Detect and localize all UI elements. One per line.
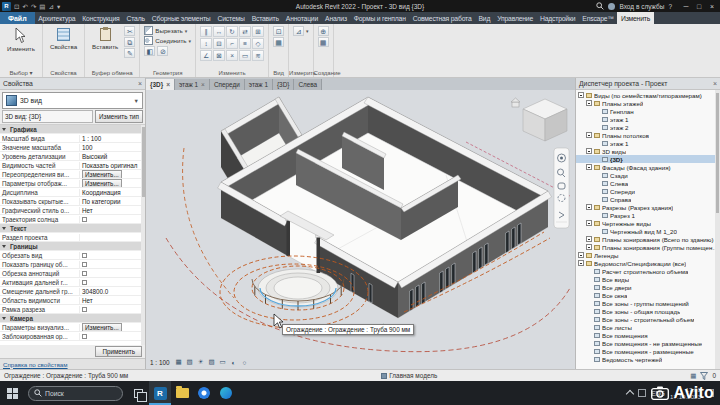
property-row[interactable]: Камера (0, 314, 145, 323)
property-value[interactable] (80, 253, 145, 258)
save-icon[interactable]: ⊡ (14, 2, 19, 11)
expand-icon[interactable] (586, 204, 592, 210)
browser-item[interactable]: Спереди (576, 187, 720, 195)
checkbox[interactable] (82, 253, 87, 258)
checkbox[interactable] (82, 280, 87, 285)
checkbox[interactable] (82, 271, 87, 276)
property-row[interactable]: Смещение дальней гр... 304800.0 (0, 287, 145, 296)
property-value[interactable] (80, 307, 145, 312)
unpin-icon[interactable]: ⊠ (213, 50, 225, 61)
edge-button[interactable] (215, 381, 237, 405)
property-row[interactable]: Параметры визуализ... Изменить... (0, 323, 145, 332)
property-row[interactable]: Границы (0, 242, 145, 251)
measure-icon[interactable]: ⊿ (49, 2, 54, 11)
ribbon-tab[interactable]: Надстройки (537, 12, 579, 24)
modify-tool-button[interactable]: Изменить (4, 26, 38, 54)
align-icon[interactable]: ∥ (200, 26, 212, 37)
split-icon[interactable]: ⊟ (213, 38, 225, 49)
rotate-icon[interactable]: ↻ (226, 26, 238, 37)
revit-app-icon[interactable]: R (2, 2, 11, 11)
property-row[interactable]: Заблокированная ор... (0, 332, 145, 341)
ribbon-tab[interactable]: Вставить (248, 12, 282, 24)
filter-icon[interactable] (700, 372, 708, 380)
properties-help-link[interactable]: Справка по свойствам (0, 358, 145, 369)
scale-icon[interactable]: ◇ (252, 38, 264, 49)
property-row[interactable]: Дисциплина Координация (0, 188, 145, 197)
pin-icon[interactable]: ∠ (200, 50, 212, 61)
help-icon[interactable]: ? (668, 3, 672, 10)
browser-item[interactable]: этаж 1 (576, 139, 720, 147)
group-icon[interactable]: ▭ (239, 50, 251, 61)
tray-expand-icon[interactable] (626, 390, 634, 398)
offset-icon[interactable]: ↕ (200, 38, 212, 49)
property-value[interactable]: 100 (80, 144, 145, 151)
property-value[interactable] (80, 217, 145, 222)
drawing-area[interactable]: Ограждение : Ограждение : Труба 900 мм 1… (146, 90, 575, 369)
array-icon[interactable]: ⊞ (252, 26, 264, 37)
checkbox[interactable] (82, 307, 87, 312)
property-row[interactable]: Обрезать вид (0, 251, 145, 260)
expand-icon[interactable] (586, 244, 592, 250)
browser-item[interactable]: Расчет строительного объема (576, 267, 720, 275)
properties-scrollbar[interactable] (141, 125, 145, 345)
task-view-button[interactable] (127, 381, 149, 405)
property-row[interactable]: Активация дальней г... (0, 278, 145, 287)
override-graphics-icon[interactable]: ▦ (273, 37, 284, 47)
expand-icon[interactable] (586, 100, 592, 106)
browser-item[interactable]: Все помещения (576, 331, 720, 339)
browser-item[interactable]: Все двери (576, 283, 720, 291)
hide-element-icon[interactable]: ⊡ (273, 26, 284, 36)
browser-item[interactable]: Ведомость чертежей (576, 355, 720, 363)
ribbon-tab[interactable]: Изменить (617, 12, 653, 24)
browser-item[interactable]: Ведомости/Спецификации (все) (576, 259, 720, 267)
trim-icon[interactable]: ⌐ (226, 38, 238, 49)
expand-icon[interactable] (586, 148, 592, 154)
browser-item[interactable]: 3D виды (576, 147, 720, 155)
browser-item[interactable]: Все помещения - размещенные (576, 347, 720, 355)
checkbox[interactable] (82, 262, 87, 267)
ribbon-tab[interactable]: Вид (475, 12, 494, 24)
cut-to-clipboard-icon[interactable]: ✂ (124, 26, 135, 36)
close-panel-icon[interactable]: × (713, 80, 717, 87)
property-value[interactable]: Нет (80, 297, 145, 304)
taskbar-revit-button[interactable]: R (149, 381, 171, 405)
browser-item[interactable]: Все зоны - группы помещений (576, 299, 720, 307)
browser-item[interactable]: Разрезы (Разрез здания) (576, 203, 720, 211)
browser-item[interactable]: Планы потолков (576, 131, 720, 139)
view-scale-button[interactable]: 1 : 100 (150, 359, 170, 366)
checkbox[interactable] (82, 217, 87, 222)
view-tab[interactable]: Слева × (294, 79, 322, 90)
close-tab-icon[interactable]: × (166, 81, 170, 88)
browser-item[interactable]: Планы этажей (576, 99, 720, 107)
property-row[interactable]: Видимость частей Показать оригинал (0, 161, 145, 170)
expand-icon[interactable] (578, 92, 584, 98)
create-assembly-icon[interactable]: ▦ (318, 37, 329, 47)
minimize-icon[interactable]: ─ (680, 1, 692, 12)
collapse-icon[interactable] (2, 128, 6, 131)
property-row[interactable]: Обрезка аннотаций (0, 269, 145, 278)
browser-item[interactable]: Планы зонирования (Группы помещений) (576, 243, 720, 251)
paint-icon[interactable]: ◧ (144, 46, 155, 56)
browser-item[interactable]: Все зоны - строительный объем (576, 315, 720, 323)
match-properties-icon[interactable]: ✎ (124, 48, 135, 58)
expand-icon[interactable] (586, 164, 592, 170)
start-button[interactable] (0, 381, 24, 405)
property-row[interactable]: Графический стиль о... Нет (0, 206, 145, 215)
property-value[interactable]: Изменить... (80, 179, 145, 188)
property-value[interactable] (80, 271, 145, 276)
ribbon-tab[interactable]: Enscape™ (579, 12, 618, 24)
property-row[interactable]: Параметры отображ... Изменить... (0, 179, 145, 188)
shadows-icon[interactable]: ▨ (207, 357, 217, 367)
property-row[interactable]: Рамка разреза (0, 305, 145, 314)
ribbon-tab[interactable]: Анализ (322, 12, 351, 24)
instance-selector[interactable]: 3D вид: {3D} (2, 110, 93, 123)
browser-item[interactable]: Фасады (Фасад здания) (576, 163, 720, 171)
view-tab[interactable]: {3D} × (146, 79, 175, 90)
viewcube[interactable] (523, 99, 567, 141)
property-row[interactable]: Показать границу об... (0, 260, 145, 269)
browser-item[interactable]: Все виды (576, 275, 720, 283)
checkbox[interactable] (82, 334, 87, 339)
network-icon[interactable] (638, 389, 646, 397)
property-value[interactable]: По категории (80, 198, 145, 205)
browser-item[interactable]: Виды (по семействам/типоразмерам) (576, 91, 720, 99)
